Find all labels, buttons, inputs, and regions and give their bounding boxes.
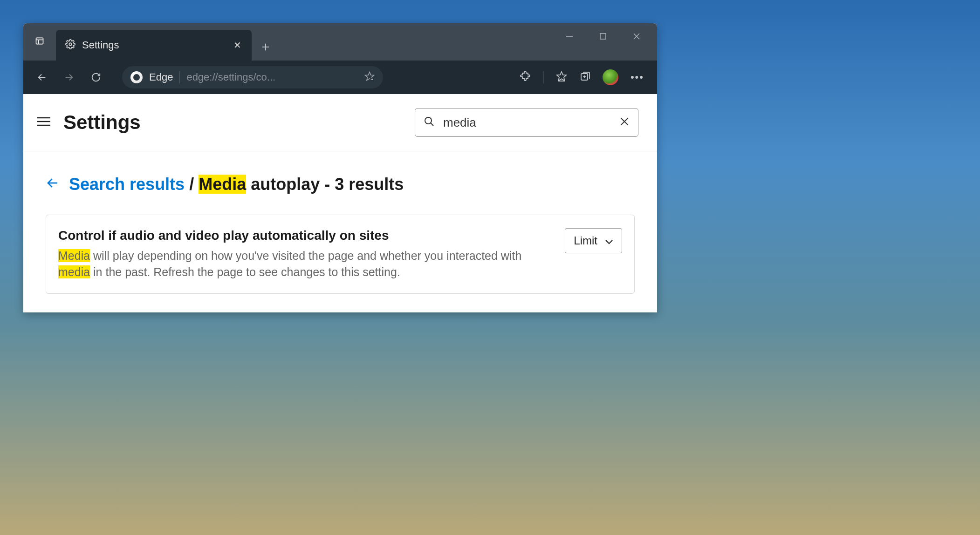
svg-point-22 <box>425 117 432 124</box>
close-window-button[interactable] <box>620 26 653 47</box>
forward-button[interactable] <box>59 67 79 88</box>
settings-search[interactable] <box>415 108 638 137</box>
svg-line-23 <box>431 123 433 126</box>
profile-avatar[interactable] <box>603 69 618 85</box>
clear-search-button[interactable] <box>619 116 630 129</box>
extensions-icon[interactable] <box>520 71 531 84</box>
maximize-button[interactable] <box>586 26 620 47</box>
window-controls <box>553 23 657 47</box>
result-title: Control if audio and video play automati… <box>58 228 551 243</box>
addressbar-separator <box>179 71 180 83</box>
back-button[interactable] <box>32 67 52 88</box>
gear-icon <box>65 39 75 51</box>
toolbar-right: ••• <box>520 69 649 85</box>
favorite-icon[interactable] <box>364 71 375 83</box>
dropdown-value: Limit <box>574 234 597 247</box>
more-menu-button[interactable]: ••• <box>630 71 644 83</box>
menu-button[interactable] <box>37 116 50 129</box>
breadcrumb-back-button[interactable] <box>46 175 60 194</box>
autoplay-dropdown[interactable]: Limit <box>565 228 622 253</box>
search-input[interactable] <box>443 115 611 130</box>
browser-window: Settings ✕ ＋ Edge <box>23 23 657 312</box>
search-icon <box>424 116 435 129</box>
breadcrumb-current: Media autoplay - 3 results <box>199 175 404 194</box>
minimize-button[interactable] <box>553 26 586 47</box>
tabstrip-icon <box>35 36 44 47</box>
collections-icon[interactable] <box>579 71 590 84</box>
addressbar-url: edge://settings/co... <box>186 71 358 83</box>
breadcrumb: Search results / Media autoplay - 3 resu… <box>46 175 635 194</box>
tab-settings[interactable]: Settings ✕ <box>56 30 252 61</box>
refresh-button[interactable] <box>86 67 106 88</box>
tabs: Settings ✕ ＋ <box>56 23 280 61</box>
result-card: Control if audio and video play automati… <box>46 215 635 294</box>
tabstrip-button[interactable] <box>23 31 56 53</box>
svg-marker-14 <box>557 72 566 81</box>
svg-point-3 <box>69 43 72 46</box>
result-text: Control if audio and video play automati… <box>58 228 551 280</box>
breadcrumb-search-results-link[interactable]: Search results <box>69 175 185 194</box>
favorites-icon[interactable] <box>556 71 567 84</box>
addressbar[interactable]: Edge edge://settings/co... <box>122 66 383 88</box>
results-area: Search results / Media autoplay - 3 resu… <box>23 151 657 312</box>
tab-close-button[interactable]: ✕ <box>230 38 245 53</box>
edge-icon <box>130 71 143 83</box>
toolbar: Edge edge://settings/co... ••• <box>23 61 657 94</box>
new-tab-button[interactable]: ＋ <box>252 33 280 61</box>
chevron-down-icon <box>605 234 613 247</box>
titlebar: Settings ✕ ＋ <box>23 23 657 61</box>
edge-label: Edge <box>149 71 173 83</box>
svg-rect-0 <box>36 38 43 44</box>
content: Settings Search results / Media <box>23 94 657 312</box>
result-description: Media will play depending on how you've … <box>58 248 551 280</box>
page-title: Settings <box>63 111 402 134</box>
svg-rect-5 <box>600 34 606 39</box>
settings-header: Settings <box>23 94 657 151</box>
tab-title: Settings <box>82 39 223 51</box>
toolbar-separator <box>543 71 544 83</box>
